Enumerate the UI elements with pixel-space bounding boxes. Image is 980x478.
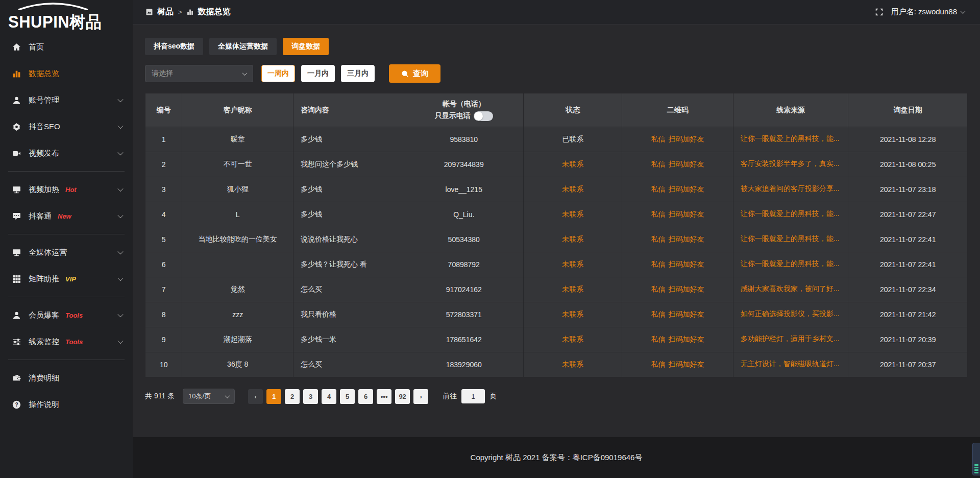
- range-button-2[interactable]: 三月内: [341, 65, 375, 82]
- cell-account: 70898792: [404, 252, 524, 277]
- qr-link[interactable]: 扫码加好友: [669, 360, 704, 368]
- sidebar-item-badge: New: [58, 212, 71, 220]
- source-link[interactable]: 客厅安装投影半年多了，真实...: [741, 159, 840, 169]
- cell-source: 如何正确选择投影仪，买投影...: [733, 302, 848, 327]
- qr-link[interactable]: 私信: [651, 160, 666, 168]
- cell-content: 怎么买: [293, 277, 404, 302]
- page-button-92[interactable]: 92: [395, 389, 410, 404]
- sidebar-item-account-management[interactable]: 账号管理: [0, 87, 133, 113]
- source-link[interactable]: 让你一眼就爱上的黑科技，能...: [741, 234, 840, 244]
- filter-select[interactable]: 请选择: [145, 65, 253, 82]
- inquiry-table: 编号客户昵称咨询内容帐号（电话）只显示电话状态二维码线索来源询盘日期 1暧章多少…: [145, 93, 968, 377]
- page-button-1[interactable]: 1: [266, 389, 281, 404]
- sidebar-item-label: 抖音SEO: [29, 122, 60, 132]
- cell-content: 多少钱: [293, 177, 404, 202]
- cell-source: 让你一眼就爱上的黑科技，能...: [733, 202, 848, 227]
- user-menu[interactable]: 用户名: zswodun88: [891, 7, 965, 17]
- sidebar-item-video-heat[interactable]: 视频加热Hot: [0, 176, 133, 203]
- footer: Copyright 树品 2021 备案号：粤ICP备09019646号: [133, 437, 980, 478]
- cell-content: 多少钱？让我死心 看: [293, 252, 404, 277]
- prev-page-button[interactable]: ‹: [248, 389, 263, 404]
- qr-link[interactable]: 私信: [651, 235, 666, 243]
- qr-link[interactable]: 扫码加好友: [669, 260, 704, 268]
- fullscreen-icon[interactable]: [875, 8, 883, 16]
- sidebar-item-home[interactable]: 首页: [0, 34, 133, 60]
- sidebar-item-video-publish[interactable]: 视频发布: [0, 140, 133, 166]
- source-link[interactable]: 感谢大家喜欢我家，被问了好...: [741, 284, 840, 294]
- page-button-4[interactable]: 4: [322, 389, 336, 404]
- table-body: 1暧章多少钱9583810已联系私信扫码加好友让你一眼就爱上的黑科技，能...2…: [145, 127, 968, 377]
- qr-link[interactable]: 扫码加好友: [669, 335, 704, 343]
- sidebar-item-badge: Hot: [65, 186, 77, 194]
- sidebar-item-doukeitong[interactable]: 抖客通New: [0, 203, 133, 229]
- qr-link[interactable]: 扫码加好友: [669, 135, 704, 143]
- qr-link[interactable]: 扫码加好友: [669, 210, 704, 218]
- source-link[interactable]: 被大家追着问的客厅投影分享...: [741, 184, 840, 194]
- search-button[interactable]: 查询: [389, 64, 440, 83]
- sidebar-item-data-overview[interactable]: 数据总览: [0, 60, 133, 87]
- page-button-5[interactable]: 5: [340, 389, 355, 404]
- sidebar-item-consumption-detail[interactable]: 消费明细: [0, 365, 133, 391]
- source-link[interactable]: 如何正确选择投影仪，买投影...: [741, 309, 840, 319]
- sidebar-item-label: 全媒体运营: [29, 248, 67, 257]
- floating-widget[interactable]: [972, 443, 980, 475]
- source-link[interactable]: 无主灯设计，智能磁吸轨道灯...: [741, 360, 840, 369]
- page-button-3[interactable]: 3: [303, 389, 318, 404]
- filter-select-placeholder: 请选择: [152, 69, 173, 78]
- qr-link[interactable]: 私信: [651, 360, 666, 368]
- qr-link[interactable]: 扫码加好友: [669, 160, 704, 168]
- qr-link[interactable]: 私信: [651, 185, 666, 193]
- qr-link[interactable]: 扫码加好友: [669, 285, 704, 293]
- member-icon: [12, 311, 21, 320]
- home-icon: [12, 43, 21, 52]
- range-button-1[interactable]: 一月内: [301, 65, 335, 82]
- page-size-select[interactable]: 10条/页: [183, 389, 235, 404]
- page-button-6[interactable]: 6: [358, 389, 373, 404]
- source-link[interactable]: 多功能护栏灯，适用于乡村文...: [741, 334, 840, 344]
- source-link[interactable]: 让你一眼就爱上的黑科技，能...: [741, 134, 840, 144]
- tab-media-operation-data[interactable]: 全媒体运营数据: [209, 38, 277, 55]
- range-button-0[interactable]: 一周内: [261, 65, 295, 82]
- qr-link[interactable]: 私信: [651, 210, 666, 218]
- qr-link[interactable]: 私信: [651, 310, 666, 318]
- tab-inquiry-data[interactable]: 询盘数据: [283, 38, 329, 55]
- qr-link[interactable]: 私信: [651, 285, 666, 293]
- cell-qr: 私信扫码加好友: [622, 127, 733, 152]
- status-badge: 未联系: [562, 160, 583, 168]
- cell-nickname: 暧章: [182, 127, 293, 152]
- sidebar-item-lead-monitor[interactable]: 线索监控Tools: [0, 328, 133, 355]
- cell-id: 8: [145, 302, 182, 327]
- breadcrumb-separator: >: [178, 8, 182, 16]
- page-button-2[interactable]: 2: [285, 389, 300, 404]
- breadcrumb-item-root[interactable]: 树品: [157, 7, 174, 17]
- qr-link[interactable]: 私信: [651, 260, 666, 268]
- goto-label: 前往: [443, 392, 457, 401]
- source-link[interactable]: 让你一眼就爱上的黑科技，能...: [741, 259, 840, 269]
- table-header-row: 编号客户昵称咨询内容帐号（电话）只显示电话状态二维码线索来源询盘日期: [145, 93, 968, 127]
- cell-qr: 私信扫码加好友: [622, 302, 733, 327]
- qr-link[interactable]: 扫码加好友: [669, 235, 704, 243]
- sidebar-item-douyin-seo[interactable]: 抖音SEO: [0, 113, 133, 140]
- qr-link[interactable]: 扫码加好友: [669, 310, 704, 318]
- qr-link[interactable]: 私信: [651, 335, 666, 343]
- qr-link[interactable]: 扫码加好友: [669, 185, 704, 193]
- content: 抖音seo数据全媒体运营数据询盘数据 请选择 一周内一月内三月内 查询: [133, 25, 980, 437]
- source-link[interactable]: 让你一眼就爱上的黑科技，能...: [741, 209, 840, 219]
- sidebar-item-operation-guide[interactable]: ?操作说明: [0, 391, 133, 418]
- sidebar-item-media-operation[interactable]: 全媒体运营: [0, 239, 133, 266]
- next-page-button[interactable]: ›: [413, 389, 428, 404]
- goto-page-input[interactable]: [461, 389, 485, 403]
- sidebar-item-label: 消费明细: [29, 373, 59, 383]
- qr-link[interactable]: 私信: [651, 135, 666, 143]
- table-row: 5当地比较能吃的一位美女说说价格让我死心50534380未联系私信扫码加好友让你…: [145, 227, 968, 252]
- goto-page: 前往 页: [443, 389, 497, 403]
- chevron-down-icon: [117, 150, 123, 155]
- phone-only-toggle[interactable]: [474, 111, 493, 121]
- sidebar-item-member-burst[interactable]: 会员爆客Tools: [0, 302, 133, 328]
- sidebar-item-matrix-boost[interactable]: 矩阵助推VIP: [0, 266, 133, 292]
- table-row: 4L多少钱Q_Liu.未联系私信扫码加好友让你一眼就爱上的黑科技，能...202…: [145, 202, 968, 227]
- tab-douyin-seo-data[interactable]: 抖音seo数据: [145, 38, 203, 55]
- more-pages-button[interactable]: •••: [377, 389, 391, 404]
- column-header: 帐号（电话）只显示电话: [404, 93, 524, 127]
- topbar: 树品 > 数据总览 用户名: zswodun88: [133, 0, 980, 25]
